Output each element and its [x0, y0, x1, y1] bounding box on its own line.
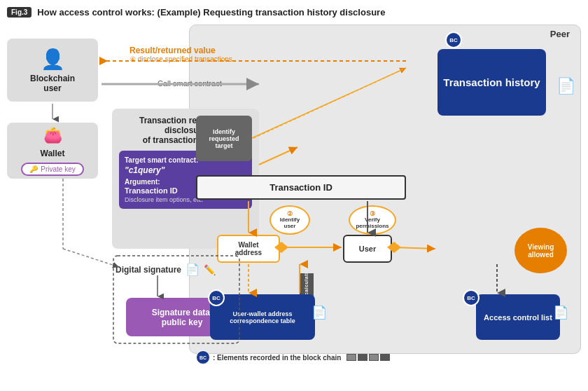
digital-signature-row: Digital signature 📄 ✏️	[115, 263, 216, 276]
chain-icons	[346, 354, 390, 361]
blockchain-user-label: Blockchainuser	[30, 74, 75, 93]
bc-badge-wallet-table: BC	[208, 289, 225, 306]
sig-data-label: Signature data,public key	[152, 308, 213, 327]
fig-badge: Fig.3	[7, 7, 31, 18]
blockchain-user-box: 👤 Blockchainuser	[7, 39, 98, 102]
bc-badge-access-ctrl: BC	[463, 289, 479, 306]
user-box: User	[343, 235, 392, 263]
access-control-list-box: Access control list	[476, 294, 560, 340]
doc-icon-trans-history: 📄	[556, 77, 575, 95]
viewing-allowed-label: Viewingallowed	[528, 243, 554, 259]
key-icon: 🔑	[29, 165, 38, 173]
identify-target-label: Identifyrequestedtarget	[209, 128, 239, 149]
wallet-box: 👛 Wallet 🔑 Private key	[7, 123, 98, 179]
transaction-id-label: Transaction ID	[270, 182, 332, 193]
user-icon: 👤	[41, 48, 65, 71]
result-value-area: Result/returned value ④ disclose specifi…	[130, 46, 232, 63]
viewing-allowed-box: Viewingallowed	[514, 228, 567, 273]
transaction-history-container: Transaction history	[563, 35, 567, 39]
verify-perm-label: Verifypermissions	[356, 217, 388, 230]
chain-block-4	[380, 354, 390, 361]
transaction-history-label: Transaction history	[443, 76, 540, 88]
main-area: Peer 👤 Blockchainuser 👛 Wallet 🔑 Private…	[7, 25, 581, 368]
fig-title-text: How access control works: (Example) Requ…	[37, 7, 385, 18]
diagram-container: Fig.3 How access control works: (Example…	[0, 0, 588, 391]
edit-icon: ✏️	[204, 264, 216, 275]
call-smart-contract-label: Call smart contract	[158, 79, 222, 88]
private-key-button: 🔑 Private key	[21, 163, 83, 176]
user-box-label: User	[359, 245, 376, 253]
identify-user-label: Identifyuser	[280, 217, 300, 230]
wallet-address-box: Walletaddress	[217, 235, 280, 263]
private-key-label: Private key	[41, 165, 75, 173]
sc-query: "c1query"	[125, 165, 246, 175]
wallet-icon: 👛	[43, 126, 62, 144]
transaction-history-box: Transaction history	[438, 49, 546, 116]
wallet-address-label: Walletaddress	[235, 241, 262, 256]
chain-block-1	[346, 354, 356, 361]
fig-title: Fig.3 How access control works: (Example…	[7, 7, 581, 18]
user-wallet-table-label: User-wallet address correspondence table	[214, 310, 311, 324]
bc-legend-badge: BC	[196, 350, 210, 364]
result-label: Result/returned value	[130, 46, 232, 55]
identify-target-box: Identifyrequestedtarget	[196, 116, 252, 161]
doc-icon-wallet-table: 📄	[312, 305, 327, 320]
chain-block-3	[369, 354, 379, 361]
verify-permissions-bubble: ③ Verifypermissions	[349, 205, 396, 235]
digital-sig-label: Digital signature	[115, 265, 181, 275]
doc-icon-access-ctrl: 📄	[553, 305, 568, 320]
bc-legend-label: : Elements recorded in the block chain	[213, 354, 341, 362]
chain-block-2	[358, 354, 368, 361]
bc-legend: BC : Elements recorded in the block chai…	[196, 350, 390, 364]
transaction-id-box: Transaction ID	[196, 175, 406, 200]
result-sub: ④ disclose specified transactions	[130, 55, 232, 63]
identify-user-bubble: ② Identifyuser	[270, 205, 310, 235]
doc-icon: 📄	[186, 263, 200, 276]
svg-line-4	[63, 249, 119, 267]
wallet-label: Wallet	[41, 149, 65, 158]
user-wallet-table-box: User-wallet address correspondence table	[210, 294, 315, 340]
access-ctrl-label: Access control list	[484, 313, 552, 322]
bc-badge-trans-history: BC	[445, 32, 462, 48]
